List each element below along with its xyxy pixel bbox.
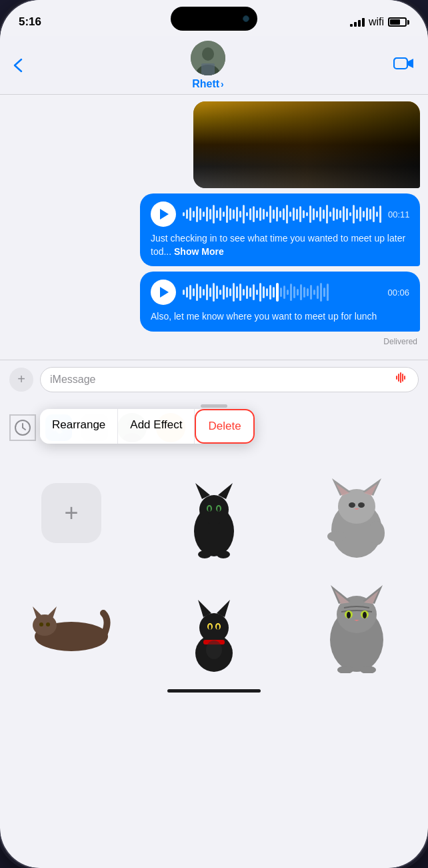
voice-duration-1: 00:11: [388, 209, 410, 220]
status-time: 5:16: [19, 15, 41, 29]
svg-marker-40: [33, 606, 43, 618]
delivered-status: Delivered: [8, 337, 420, 346]
svg-point-39: [33, 614, 57, 636]
svg-line-12: [23, 428, 25, 430]
cat-sticker-4: [187, 580, 241, 673]
sticker-cell-3[interactable]: [0, 573, 143, 680]
play-button-1[interactable]: [151, 201, 176, 227]
sticker-cell-4[interactable]: [143, 573, 285, 680]
voice-controls-2: 00:06: [151, 280, 409, 305]
svg-point-34: [358, 502, 365, 508]
audio-record-icon[interactable]: [394, 370, 409, 388]
nav-center[interactable]: Rhett ›: [191, 41, 225, 90]
signal-bar-2: [354, 22, 357, 27]
svg-point-36: [327, 531, 346, 542]
svg-point-51: [217, 624, 219, 630]
add-attachment-button[interactable]: +: [9, 368, 33, 392]
avatar-image: [191, 41, 225, 75]
back-button[interactable]: [13, 58, 23, 73]
svg-rect-3: [201, 63, 215, 75]
voice-message-2: 00:06 Also, let me know where you want t…: [8, 272, 420, 332]
transcript-text-2: Also, let me know where you want to meet…: [151, 311, 377, 322]
sticker-panel: Rearrange Add Effect Delete +: [0, 399, 428, 703]
svg-rect-8: [402, 374, 403, 382]
battery-tip: [407, 20, 409, 25]
voice-duration-2: 00:06: [387, 288, 409, 298]
add-sticker-button[interactable]: +: [41, 483, 101, 543]
chevron-icon: ›: [221, 79, 224, 89]
rearrange-button[interactable]: Rearrange: [40, 409, 118, 444]
add-effect-button[interactable]: Add Effect: [118, 409, 195, 444]
signal-bars-icon: [350, 18, 365, 27]
svg-rect-4: [394, 58, 407, 69]
contact-name: Rhett: [192, 78, 219, 90]
svg-point-62: [347, 612, 351, 618]
voice-controls-1: 00:11: [151, 201, 409, 227]
svg-rect-6: [398, 374, 399, 382]
dynamic-island: [171, 7, 257, 31]
signal-bar-4: [362, 18, 365, 27]
chat-area: 00:11 Just checking in to see what time …: [0, 95, 428, 360]
svg-point-18: [199, 495, 229, 524]
cat-sticker-1: [181, 464, 247, 561]
contact-name-link[interactable]: Rhett ›: [192, 78, 224, 90]
input-bar: + iMessage: [0, 360, 428, 399]
home-indicator: [0, 680, 428, 703]
panel-icons-row: Rearrange Add Effect Delete: [0, 410, 428, 448]
context-menu: Rearrange Add Effect Delete: [40, 409, 255, 444]
svg-rect-9: [404, 376, 405, 380]
camera-dot: [243, 15, 249, 22]
message-input-field[interactable]: iMessage: [40, 367, 419, 392]
svg-point-33: [349, 502, 355, 508]
svg-point-63: [363, 612, 367, 618]
status-icons: wifi: [350, 16, 409, 28]
svg-point-1: [202, 47, 214, 61]
sticker-cell-5[interactable]: [285, 573, 428, 680]
voice-transcript-1: Just checking in to see what time you wa…: [151, 232, 409, 258]
svg-point-50: [209, 624, 211, 630]
home-bar: [167, 689, 261, 693]
svg-rect-5: [396, 376, 397, 380]
sticker-grid-bottom: [0, 573, 428, 680]
panel-handle: [201, 404, 227, 408]
image-bubble-content: [193, 101, 420, 188]
battery-body: [388, 17, 407, 27]
svg-point-24: [217, 506, 220, 512]
waveform-1: [183, 204, 381, 224]
sticker-grid-top: +: [0, 448, 428, 573]
delete-button[interactable]: Delete: [195, 409, 254, 444]
play-icon-1: [160, 209, 169, 220]
phone-screen: 5:16 wifi: [0, 0, 428, 868]
svg-point-53: [206, 640, 222, 659]
sticker-cell-2[interactable]: [285, 453, 428, 573]
sticker-cell-add[interactable]: +: [0, 453, 143, 573]
svg-point-45: [199, 613, 229, 642]
waveform-2: [183, 282, 381, 302]
add-sticker-label: +: [64, 499, 78, 527]
nav-bar: Rhett ›: [0, 36, 428, 95]
signal-bar-1: [350, 24, 353, 27]
play-icon-2: [160, 287, 169, 298]
status-bar: 5:16 wifi: [0, 0, 428, 36]
svg-point-37: [369, 521, 385, 545]
image-message: [8, 101, 420, 188]
voice-message-1: 00:11 Just checking in to see what time …: [8, 193, 420, 266]
phone-frame: 5:16 wifi: [0, 0, 428, 868]
avatar: [191, 41, 225, 75]
play-button-2[interactable]: [151, 280, 176, 305]
svg-point-26: [217, 550, 230, 558]
video-call-button[interactable]: [393, 55, 415, 75]
show-more-button[interactable]: Show More: [174, 246, 224, 257]
cat-sticker-3: [31, 600, 111, 653]
svg-point-42: [39, 622, 43, 626]
recents-icon[interactable]: [9, 414, 36, 441]
wifi-icon: wifi: [369, 16, 384, 28]
svg-point-23: [208, 506, 211, 512]
voice-bubble-1[interactable]: 00:11 Just checking in to see what time …: [140, 193, 420, 266]
sticker-cell-1[interactable]: [143, 453, 285, 573]
svg-point-43: [46, 622, 50, 626]
voice-bubble-2[interactable]: 00:06 Also, let me know where you want t…: [140, 272, 420, 332]
cat-sticker-5: [320, 580, 393, 673]
battery-icon: [388, 17, 409, 27]
svg-marker-41: [46, 606, 57, 618]
